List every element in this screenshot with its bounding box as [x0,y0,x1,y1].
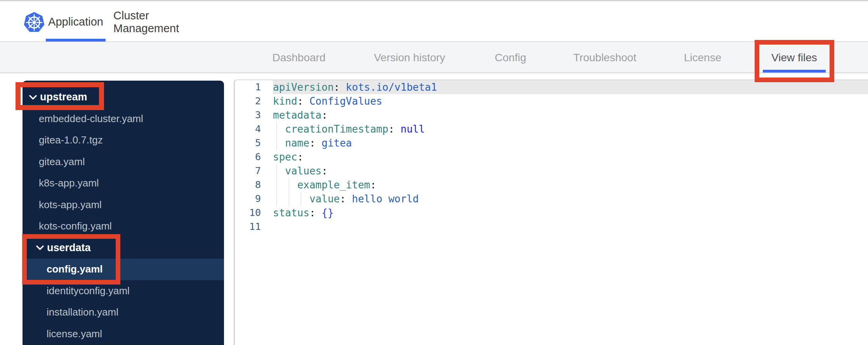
token-key: apiVersion [273,81,334,93]
code-line: 4 creationTimestamp: null [235,122,868,136]
yaml-file-viewer[interactable]: 1apiVersion: kots.io/v1beta12kind: Confi… [234,79,868,345]
tree-item-label: gitea.yaml [39,156,85,168]
token-ws [273,123,285,135]
code-line-content: kind: ConfigValues [273,94,868,108]
kots-admin-console: ApplicationCluster Management DashboardV… [0,0,868,345]
line-number: 2 [235,94,273,108]
line-number: 7 [235,164,273,178]
nav-tab-dashboard[interactable]: Dashboard [267,43,331,72]
code-line-content: example_item: [273,178,868,192]
code-line: 11 [235,220,868,234]
code-line: 2kind: ConfigValues [235,94,868,108]
token-val: kots.io/v1beta1 [346,81,437,93]
code-line: 10status: {} [235,206,868,220]
token-key: creationTimestamp [285,123,388,135]
code-line-content: creationTimestamp: null [273,122,868,136]
tree-folder-userdata[interactable]: userdata [23,237,224,259]
indent-guide [276,136,277,150]
line-number: 3 [235,108,273,122]
token-punct: : [297,95,309,107]
token-brace: {} [321,207,333,219]
token-key: kind [273,95,297,107]
tree-file-gitea-yaml[interactable]: gitea.yaml [23,151,224,173]
code-line-content: status: {} [273,206,868,220]
tree-item-label: gitea-1.0.7.tgz [39,134,103,146]
code-line-content: apiVersion: kots.io/v1beta1 [273,80,868,94]
code-line-content: spec: [273,150,868,164]
code-line-content: name: gitea [273,136,868,150]
line-number: 10 [235,206,273,220]
token-ws [273,165,285,177]
code-line: 8 example_item: [235,178,868,192]
line-number: 9 [235,192,273,206]
token-val: ConfigValues [309,95,382,107]
token-punct: : [321,165,328,177]
tree-file-kots-app-yaml[interactable]: kots-app.yaml [23,194,224,216]
code-line-content: metadata: [273,108,868,122]
app-nav-tabs: DashboardVersion historyConfigTroublesho… [0,43,868,73]
token-key: status [273,207,309,219]
tree-item-label: upstream [40,91,87,103]
indent-guide [276,178,277,192]
tree-item-label: identityconfig.yaml [47,285,130,297]
tree-item-label: embedded-cluster.yaml [39,113,143,125]
tree-folder-upstream[interactable]: upstream [23,86,224,108]
token-key: metadata [273,109,321,121]
line-number: 6 [235,150,273,164]
token-punct: : [309,137,321,149]
tree-file-config-yaml[interactable]: config.yaml [23,259,224,280]
token-key: value [309,193,340,205]
nav-tab-version-history[interactable]: Version history [368,43,451,72]
code-line: 1apiVersion: kots.io/v1beta1 [235,80,868,94]
tree-file-license-yaml[interactable]: license.yaml [23,323,224,345]
code-line: 3metadata: [235,108,868,122]
chevron-down-icon [36,245,44,250]
topbar-tab-application[interactable]: Application [46,2,106,41]
tree-file-gitea-1-0-7-tgz[interactable]: gitea-1.0.7.tgz [23,129,224,151]
token-ws [273,193,309,205]
indent-guide [289,192,289,206]
token-val: hello world [352,193,419,205]
topbar-tab-cluster-management[interactable]: Cluster Management [113,2,195,41]
code-line: 9 value: hello world [235,192,868,206]
code-line: 5 name: gitea [235,136,868,150]
tree-item-label: k8s-app.yaml [39,177,99,189]
tree-file-installation-yaml[interactable]: installation.yaml [23,302,224,323]
tree-item-label: userdata [47,242,91,254]
nav-tab-view-files[interactable]: View files [766,43,823,72]
token-key: spec [273,151,297,163]
tree-item-label: kots-app.yaml [39,199,102,211]
line-number: 8 [235,178,273,192]
token-punct: : [334,81,346,93]
topbar: ApplicationCluster Management [0,2,868,42]
tree-item-label: license.yaml [47,328,102,340]
tree-file-identityconfig-yaml[interactable]: identityconfig.yaml [23,280,224,302]
token-key: name [285,137,309,149]
token-punct: : [321,109,328,121]
tree-file-k8s-app-yaml[interactable]: k8s-app.yaml [23,172,224,194]
token-key: values [285,165,321,177]
token-ws [273,137,285,149]
nav-tab-license[interactable]: License [679,43,727,72]
indent-guide [276,192,277,206]
code-line: 6spec: [235,150,868,164]
nav-tab-config[interactable]: Config [490,43,532,72]
token-punct: : [340,193,352,205]
tree-item-label: kots-config.yaml [39,220,112,232]
code-line: 7 values: [235,164,868,178]
line-number: 11 [235,220,273,234]
indent-guide [276,164,277,178]
token-atom: null [401,123,425,135]
indent-guide [289,178,289,192]
nav-tab-troubleshoot[interactable]: Troubleshoot [568,43,642,72]
indent-guide [276,122,277,136]
token-punct: : [388,123,400,135]
token-punct: : [370,179,376,191]
tree-file-kots-config-yaml[interactable]: kots-config.yaml [23,216,224,237]
kubernetes-logo-icon[interactable] [23,12,45,33]
tree-file-embedded-cluster-yaml[interactable]: embedded-cluster.yaml [23,108,224,130]
line-number: 5 [235,136,273,150]
code-line-content: value: hello world [273,192,868,206]
token-punct: : [309,207,321,219]
token-val: gitea [321,137,352,149]
